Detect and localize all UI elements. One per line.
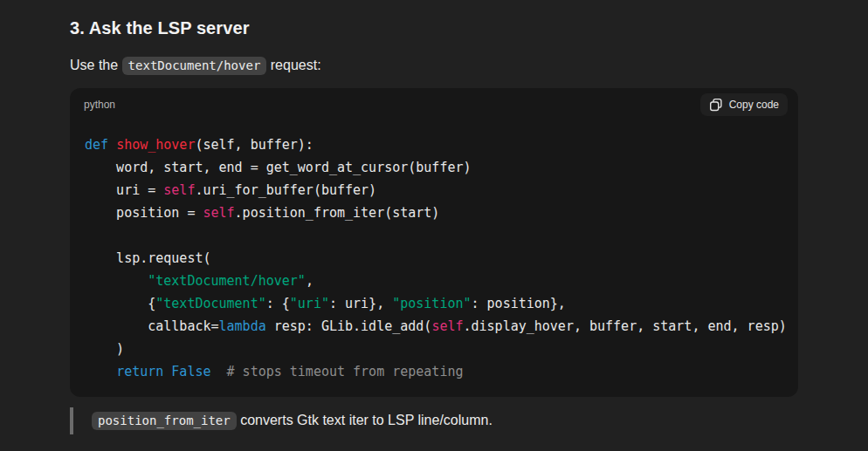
code-token: self [203, 205, 234, 221]
code-content: def show_hover(self, buffer): word, star… [70, 121, 798, 397]
code-token: "textDocument/hover" [148, 273, 306, 289]
blockquote-note: position_from_iter converts Gtk text ite… [70, 407, 798, 434]
code-token: word, start, end = get_word_at_cursor(bu… [85, 160, 472, 175]
code-token: position = [85, 205, 203, 221]
code-token [85, 364, 116, 379]
code-line: ) [85, 338, 784, 360]
code-block-header: python Copy code [70, 88, 798, 121]
inline-code: textDocument/hover [122, 57, 267, 75]
copy-code-button[interactable]: Copy code [700, 93, 788, 116]
code-token: resp: GLib.idle_add( [266, 318, 432, 334]
code-token [108, 137, 116, 153]
code-line: uri = self.uri_for_buffer(buffer) [85, 179, 784, 202]
code-token [211, 364, 227, 379]
code-language-label: python [84, 99, 115, 111]
note-text: converts Gtk text iter to LSP line/colum… [237, 413, 493, 427]
code-token: { [85, 296, 155, 311]
copy-icon [709, 98, 723, 112]
code-token: self [163, 182, 195, 198]
copy-code-label: Copy code [729, 99, 779, 111]
code-token: self [431, 318, 463, 334]
intro-text-before: Use the [70, 58, 122, 72]
code-token: "position" [392, 296, 471, 311]
chat-message: 3. Ask the LSP server Use the textDocume… [70, 0, 798, 434]
code-token: "uri" [290, 296, 329, 311]
code-token [85, 273, 148, 289]
intro-paragraph: Use the textDocument/hover request: [70, 54, 798, 77]
inline-code: position_from_iter [92, 412, 237, 430]
code-token: : { [266, 296, 290, 311]
code-line: def show_hover(self, buffer): [85, 133, 784, 156]
code-line [85, 224, 784, 247]
code-token: return [116, 364, 163, 379]
code-token: : uri}, [329, 296, 392, 311]
code-token: .display_hover, buffer, start, end, resp… [464, 318, 787, 334]
code-token: False [171, 364, 210, 379]
code-line: position = self.position_from_iter(start… [85, 202, 784, 224]
code-token: # stops timeout from repeating [227, 364, 464, 379]
code-token: .position_from_iter(start) [235, 205, 440, 221]
code-token: ) [85, 341, 124, 357]
code-line: lsp.request( [85, 247, 784, 270]
code-token: "textDocument" [155, 296, 265, 311]
code-token: lsp.request( [85, 250, 211, 266]
code-token: callback= [85, 318, 219, 334]
code-line: "textDocument/hover", [85, 270, 784, 292]
code-line: word, start, end = get_word_at_cursor(bu… [85, 156, 784, 179]
code-line: callback=lambda resp: GLib.idle_add(self… [85, 315, 784, 338]
code-token: (self, buffer): [195, 137, 313, 153]
code-token: uri = [85, 182, 163, 198]
code-token: show_hover [116, 137, 195, 153]
section-heading: 3. Ask the LSP server [70, 17, 798, 38]
code-token: lambda [219, 318, 266, 334]
code-token: , [306, 273, 313, 289]
code-line: return False # stops timeout from repeat… [85, 360, 784, 383]
code-token [163, 364, 171, 379]
code-token: .uri_for_buffer(buffer) [195, 182, 376, 198]
intro-text-after: request: [266, 58, 320, 72]
code-block: python Copy code def show_hover(self, bu… [70, 88, 798, 397]
code-line: {"textDocument": {"uri": uri}, "position… [85, 292, 784, 315]
code-token: : position}, [472, 296, 566, 311]
code-token: def [85, 137, 108, 153]
